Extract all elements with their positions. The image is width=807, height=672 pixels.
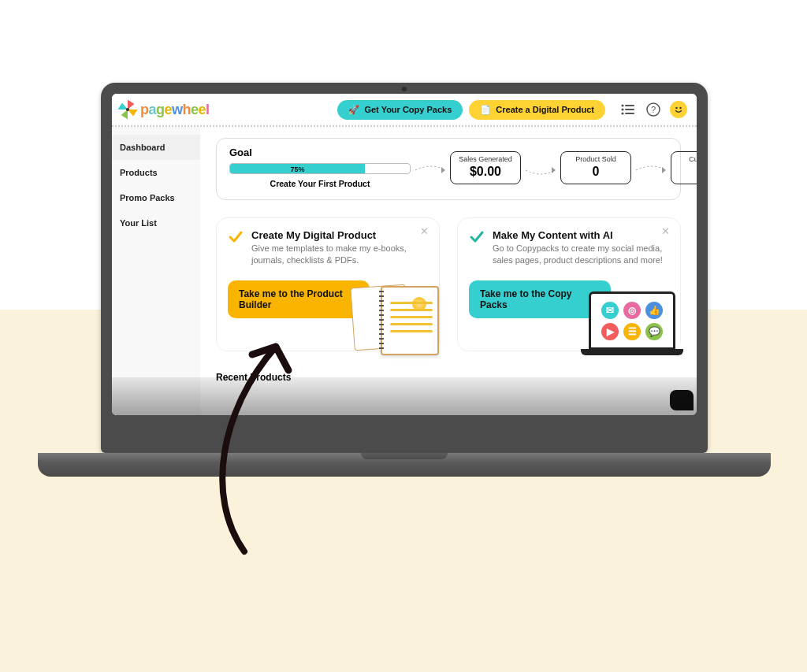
checkmark-icon <box>469 229 485 245</box>
checkmark-icon <box>228 229 244 245</box>
menu-icon[interactable] <box>619 101 637 118</box>
button-label: Create a Digital Product <box>496 105 594 114</box>
mail-icon: ✉ <box>601 302 619 319</box>
svg-point-7 <box>621 108 623 110</box>
body: Dashboard Products Promo Packs Your List… <box>112 127 697 415</box>
stat-label: Customers <box>679 155 697 163</box>
close-icon[interactable]: ✕ <box>658 225 672 239</box>
note-icon: ☰ <box>623 323 641 340</box>
svg-text:?: ? <box>651 105 656 114</box>
help-icon[interactable]: ? <box>645 101 662 118</box>
app-screen: pagewheel 🚀 Get Your Copy Packs 📄 Create… <box>112 94 697 415</box>
brand-logo[interactable]: pagewheel <box>117 98 210 121</box>
topbar: pagewheel 🚀 Get Your Copy Packs 📄 Create… <box>112 94 697 127</box>
recent-products-heading: Recent Products <box>216 372 681 383</box>
get-copy-packs-button[interactable]: 🚀 Get Your Copy Packs <box>337 100 463 120</box>
rocket-icon: 🚀 <box>348 105 359 115</box>
main-content: Goal 75% Create Your First Product Sales… <box>200 127 697 415</box>
svg-rect-10 <box>625 113 634 114</box>
product-builder-button[interactable]: Take me to the Product Builder <box>228 280 370 318</box>
create-digital-product-button[interactable]: 📄 Create a Digital Product <box>469 100 605 120</box>
card-description: Go to Copypacks to create my social medi… <box>493 243 666 266</box>
svg-marker-1 <box>128 110 138 116</box>
svg-point-5 <box>621 104 623 106</box>
stat-customers: Customers 0 <box>671 151 697 184</box>
laptop-mockup: pagewheel 🚀 Get Your Copy Packs 📄 Create… <box>101 83 708 453</box>
action-cards-row: ✕ Create My Digital Product Give me temp… <box>216 217 681 351</box>
sidebar: Dashboard Products Promo Packs Your List <box>112 127 200 415</box>
svg-rect-6 <box>625 105 634 106</box>
stat-value: 0 <box>569 165 623 179</box>
sidebar-item-dashboard[interactable]: Dashboard <box>112 135 200 160</box>
connector-line <box>529 156 552 180</box>
svg-marker-16 <box>552 167 556 173</box>
svg-marker-3 <box>117 103 128 110</box>
goal-progress-caption: Create Your First Product <box>229 179 411 188</box>
stat-label: Product Sold <box>569 155 623 163</box>
smiley-icon[interactable] <box>670 101 687 118</box>
stat-value: $0.00 <box>459 165 512 179</box>
goal-progress-bar: 75% <box>229 163 411 174</box>
connector-line <box>418 156 442 180</box>
stat-label: Sales Generated <box>459 155 512 163</box>
card-title: Make My Content with AI <box>493 229 666 241</box>
notebook-illustration <box>349 280 444 355</box>
topbar-icons: ? <box>619 101 687 118</box>
svg-marker-15 <box>441 167 445 173</box>
button-label: Get Your Copy Packs <box>364 105 452 114</box>
chat-widget-icon[interactable] <box>670 390 694 410</box>
card-make-content-ai: ✕ Make My Content with AI Go to Copypack… <box>457 217 681 351</box>
stat-product-sold: Product Sold 0 <box>560 151 631 184</box>
svg-marker-17 <box>662 167 666 173</box>
connector-line <box>639 156 663 180</box>
chat-icon: 💬 <box>645 323 663 340</box>
sidebar-item-your-list[interactable]: Your List <box>112 210 200 236</box>
card-title: Create My Digital Product <box>251 229 425 241</box>
close-icon[interactable]: ✕ <box>417 225 431 239</box>
goal-title: Goal <box>229 147 411 158</box>
stat-value: 0 <box>679 165 697 179</box>
doc-icon: 📄 <box>480 105 491 115</box>
svg-point-4 <box>126 108 129 111</box>
instagram-icon: ◎ <box>623 302 641 319</box>
laptop-screen-frame: pagewheel 🚀 Get Your Copy Packs 📄 Create… <box>101 83 708 453</box>
laptop-base <box>38 453 771 477</box>
goal-progress-fill: 75% <box>230 164 365 173</box>
thumbs-up-icon: 👍 <box>645 302 663 319</box>
brand-text: pagewheel <box>140 102 210 118</box>
svg-point-13 <box>675 107 677 109</box>
stat-sales-generated: Sales Generated $0.00 <box>450 151 521 184</box>
svg-point-9 <box>621 112 623 114</box>
sidebar-item-products[interactable]: Products <box>112 160 200 185</box>
mini-laptop-illustration: ✉ ◎ 👍 ▶ ☰ 💬 <box>590 280 685 355</box>
goal-progress-block: Goal 75% Create Your First Product <box>229 147 411 188</box>
goal-card: Goal 75% Create Your First Product Sales… <box>216 138 681 200</box>
svg-marker-2 <box>121 110 128 120</box>
card-description: Give me templates to make my e-books, jo… <box>251 243 425 266</box>
pinwheel-icon <box>117 98 139 121</box>
card-create-digital-product: ✕ Create My Digital Product Give me temp… <box>216 217 440 351</box>
sidebar-item-promo-packs[interactable]: Promo Packs <box>112 185 200 210</box>
svg-marker-0 <box>128 99 134 110</box>
camera-dot <box>402 87 407 91</box>
play-icon: ▶ <box>601 323 619 340</box>
svg-rect-8 <box>625 109 634 110</box>
svg-point-14 <box>679 107 681 109</box>
